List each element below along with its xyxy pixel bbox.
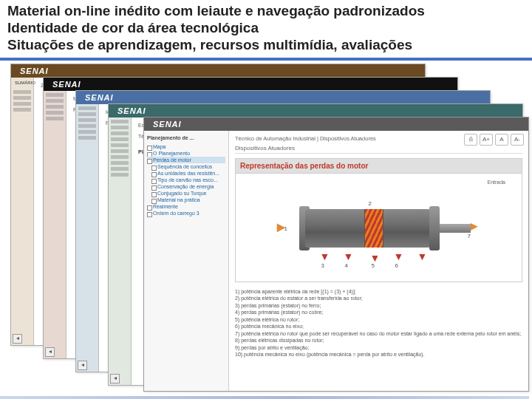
diagram-number: 5: [372, 262, 375, 269]
nav-item[interactable]: Conservação de energia: [147, 183, 225, 190]
nav-item[interactable]: O Planejamento: [147, 150, 225, 157]
diagram-number: 6: [395, 262, 398, 269]
legend-line: 9) perdas por atrito e ventilação;: [235, 344, 522, 351]
legend-line: 5) potência elétrica no rotor;: [235, 316, 522, 323]
legend-line: 10) potência mecânica no eixo (potência …: [235, 351, 522, 358]
brand-bar: SENAI: [109, 104, 522, 117]
font-increase-button[interactable]: A+: [480, 134, 493, 146]
nav-item[interactable]: Sequência de conceitos: [147, 163, 225, 170]
arrow-loss-icon: ▼: [417, 250, 428, 262]
nav-tree-stub: [44, 91, 66, 359]
nav-item[interactable]: Perdas de motor: [147, 157, 225, 163]
nav-item[interactable]: Realmente: [147, 203, 225, 210]
legend-line: 4) perdas primárias (estator) no cobre;: [235, 309, 522, 316]
nav-item[interactable]: Mapa: [147, 143, 225, 150]
diagram-number: 2: [369, 200, 372, 207]
motor-diagram: ▶ ▶ ▼ ▼ ▼ ▼ ▼ 1 2 3 4 5 6: [276, 188, 482, 270]
nav-header: Planejamento de ...: [147, 135, 225, 140]
figure-body: Entrada ▶ ▶ ▼ ▼ ▼ ▼: [235, 173, 522, 282]
print-icon[interactable]: ⎙: [464, 134, 477, 146]
stacked-window-5-active: SENAI Planejamento de ... MapaO Planejam…: [143, 117, 529, 392]
title-line-1: Material on-line inédito com leiaute e n…: [7, 3, 525, 20]
screenshot-stack: SENAI SUMÁRIO 21 ◂ SENAI Módulo Funda...…: [0, 64, 532, 399]
title-line-2: Identidade de cor da área tecnológica: [7, 20, 525, 37]
nav-tree-stub: [109, 117, 132, 386]
figure-entrada-label: Entrada: [487, 180, 505, 185]
title-line-3: Situações de aprendizagem, recursos mult…: [7, 37, 525, 54]
arrow-loss-icon: ▼: [344, 250, 354, 262]
nav-item[interactable]: Material na prática: [147, 197, 225, 203]
arrow-loss-icon: ▼: [320, 250, 330, 262]
font-decrease-button[interactable]: A-: [511, 134, 524, 146]
slide-title-block: Material on-line inédito com leiaute e n…: [0, 0, 532, 61]
arrow-loss-icon: ▼: [394, 250, 404, 262]
bottom-timeline-bar: [0, 396, 529, 399]
font-size-tools: ⎙ A+ A A-: [464, 134, 524, 146]
legend-line: 8) perdas elétricas dissipadas no rotor;: [235, 337, 522, 344]
nav-item[interactable]: As unidades das resistên...: [147, 170, 225, 177]
brand-bar: SENAI: [144, 117, 528, 131]
legend-line: 3) perdas primárias (estator) no ferro;: [235, 302, 522, 309]
brand-bar: SENAI: [11, 64, 425, 78]
figure-legend: 1) potência aparente elétrica da rede [(…: [235, 288, 522, 358]
legend-line: 2) potência elétrica do estator a ser tr…: [235, 295, 522, 301]
brand-bar: SENAI: [76, 91, 490, 104]
brand-bar: SENAI: [44, 78, 457, 91]
legend-line: 1) potência aparente elétrica da rede [(…: [235, 288, 522, 295]
scroll-left-icon[interactable]: ◂: [78, 361, 87, 370]
lesson-nav-tree: Planejamento de ... MapaO PlanejamentoPe…: [144, 131, 229, 391]
legend-line: 7) potência elétrica no rotor que pode s…: [235, 330, 522, 337]
nav-item[interactable]: Tipo de carvão nas esco...: [147, 177, 225, 183]
scroll-left-icon[interactable]: ◂: [13, 334, 22, 344]
legend-line: 6) potência mecânica no eixo;: [235, 323, 522, 330]
arrow-output-icon: ▶: [471, 221, 477, 231]
nav-tree-stub: [76, 104, 99, 372]
lesson-content-pane: ⎙ A+ A A- Técnico de Automação Industria…: [229, 131, 528, 391]
diagram-number: 1: [284, 225, 287, 232]
diagram-number: 4: [345, 262, 348, 269]
content-tab[interactable]: Dispositivos Atuadores: [235, 145, 522, 154]
figure-title: Representação das perdas do motor: [235, 158, 522, 173]
scroll-left-icon[interactable]: ◂: [45, 347, 55, 357]
scroll-left-icon[interactable]: ◂: [110, 374, 120, 383]
nav-item[interactable]: Conjugado su Torque: [147, 190, 225, 197]
nav-tree-stub: SUMÁRIO: [11, 78, 34, 346]
diagram-number: 7: [468, 233, 471, 239]
figure-card: Representação das perdas do motor Entrad…: [235, 158, 522, 282]
diagram-number: 3: [321, 262, 324, 269]
nav-item[interactable]: Ordem do carrego 3: [147, 210, 225, 216]
font-reset-button[interactable]: A: [495, 134, 508, 146]
